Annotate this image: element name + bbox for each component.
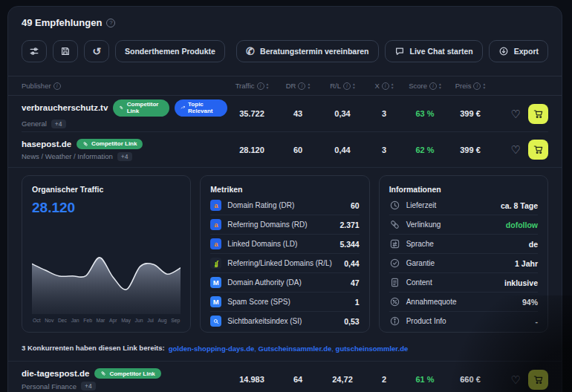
rl-ratio-icon: ɟʃ	[210, 258, 221, 269]
chart-month-label: Aug	[158, 318, 167, 323]
column-label: R/L	[330, 82, 341, 90]
chart-months: OctNovDecJanFebMarAprMayJunJulAugSep	[32, 318, 181, 323]
publisher-name: verbraucherschutz.tv	[22, 103, 108, 112]
metric-label: Domain Authority (DA)	[227, 278, 345, 287]
sort-icon[interactable]: ▴▾	[391, 82, 394, 89]
column-preis[interactable]: Preis i ▴▾	[447, 82, 493, 90]
ahrefs-icon: a	[210, 219, 221, 230]
add-to-cart-button[interactable]	[528, 370, 548, 390]
chart-month-label: Feb	[83, 318, 92, 323]
favorite-icon[interactable]: ♡	[511, 374, 521, 385]
column-rl[interactable]: R/L i ▴▾	[319, 82, 365, 90]
metric-label: Sichtbarkeitsindex (SI)	[227, 317, 338, 325]
column-traffic[interactable]: Traffic i ▴▾	[227, 82, 276, 90]
sort-icon[interactable]: ▴▾	[267, 82, 269, 89]
info-value: de	[529, 240, 538, 249]
phone-icon: ✆	[246, 46, 255, 56]
competitors-prefix: 3 Konkurrenten haben diesen Link bereits…	[22, 344, 165, 352]
info-value: ca. 8 Tage	[501, 201, 538, 210]
dr-value: 64	[276, 375, 319, 384]
column-x[interactable]: X i ▴▾	[365, 82, 403, 90]
rl-value: 24,72	[319, 375, 365, 384]
category-more-chip[interactable]: +4	[81, 382, 96, 391]
badge-label: Competitor Link	[109, 370, 155, 377]
publisher-name: die-tagespost.de	[22, 369, 89, 378]
favorite-icon[interactable]: ♡	[511, 144, 521, 155]
sort-icon[interactable]: ▴▾	[353, 82, 355, 89]
dr-value: 43	[276, 109, 319, 118]
info-label: Product Info	[406, 317, 530, 325]
save-button[interactable]	[53, 40, 78, 62]
table-row[interactable]: verbraucherschutz.tv Competitor Link Top…	[22, 96, 548, 131]
competitor-link[interactable]: golden-shopping-days.de	[169, 344, 255, 353]
column-score[interactable]: Score i ▴▾	[403, 82, 447, 90]
chain-icon	[82, 141, 88, 147]
info-row: Garantie 1 Jahr	[389, 253, 538, 272]
competitor-links: golden-shopping-days.de, Gutscheinsammle…	[169, 341, 409, 354]
badge-label: Competitor Link	[127, 101, 163, 114]
page-header: 49 Empfehlungen ?	[22, 17, 548, 28]
metric-value: 47	[351, 278, 360, 287]
add-to-cart-button[interactable]	[528, 104, 548, 124]
organic-traffic-panel: Organischer Traffic 28.120 OctNovDe	[22, 175, 191, 333]
competitor-link[interactable]: gutscheinsommler.de	[336, 344, 409, 353]
chart-month-label: Mar	[97, 318, 105, 323]
moz-icon: M	[210, 277, 221, 288]
badge-label: Topic Relevant	[188, 101, 221, 114]
table-row[interactable]: die-tagespost.de Competitor Link Persona…	[22, 362, 548, 392]
price-value: 399 €	[447, 109, 493, 118]
traffic-value: 28.120	[227, 146, 276, 154]
metrics-panel: Metriken a Domain Rating (DR) 60 a Refer…	[200, 175, 369, 333]
metric-row: ɟʃ Referring/Linked Domains (R/L) 0,44	[210, 253, 359, 272]
link-icon	[389, 219, 400, 230]
column-label: Preis	[455, 82, 472, 90]
metric-value: 2.371	[339, 220, 359, 229]
undo-button[interactable]: ↺	[84, 40, 109, 62]
export-label: Export	[514, 47, 539, 56]
metric-value: 1	[355, 298, 360, 307]
cart-icon	[533, 108, 544, 120]
info-label: Garantie	[406, 259, 509, 267]
category-more-chip[interactable]: +4	[117, 152, 132, 161]
metric-row: Sichtbarkeitsindex (SI) 0,53	[210, 311, 359, 330]
score-value: 63 %	[403, 109, 447, 118]
ahrefs-icon: a	[210, 238, 221, 249]
chat-icon	[394, 46, 405, 56]
price-value: 660 €	[447, 375, 493, 384]
category-more-chip[interactable]: +4	[51, 120, 66, 128]
special-topics-button[interactable]: Sonderthemen Produkte	[115, 40, 225, 62]
info-value: -	[535, 317, 538, 326]
export-button[interactable]: Export	[489, 40, 548, 62]
trend-icon	[181, 105, 185, 111]
chart-month-label: Sep	[171, 318, 180, 323]
column-dr[interactable]: DR i ▴▾	[276, 82, 319, 90]
column-label: X	[374, 82, 379, 90]
competitor-link[interactable]: Gutscheinsammler.de	[259, 344, 332, 353]
metric-label: Referring/Linked Domains (R/L)	[227, 259, 338, 267]
live-chat-button[interactable]: Live Chat starten	[385, 40, 483, 62]
sort-icon[interactable]: ▴▾	[308, 82, 310, 89]
table-row[interactable]: hasepost.de Competitor Link News / Weath…	[22, 131, 548, 167]
consultation-label: Beratungstermin vereinbaren	[260, 47, 368, 56]
favorite-icon[interactable]: ♡	[511, 108, 521, 120]
info-icon: i	[257, 82, 264, 90]
chart-month-label: Apr	[109, 318, 117, 323]
sort-icon[interactable]: ▴▾	[483, 82, 485, 89]
metric-row: a Domain Rating (DR) 60	[210, 196, 359, 215]
filter-button[interactable]	[22, 40, 47, 62]
help-icon[interactable]: ?	[106, 19, 115, 27]
sort-icon[interactable]: ▴▾	[439, 82, 441, 89]
info-icon: i	[382, 82, 389, 90]
chart-month-label: May	[121, 318, 131, 323]
info-panel: Informationen Lieferzeit ca. 8 Tage Verl…	[379, 175, 548, 333]
column-label: Publisher	[22, 82, 51, 90]
info-label: Annahmequote	[406, 298, 516, 306]
add-to-cart-button[interactable]	[528, 140, 548, 160]
column-publisher[interactable]: Publisher i	[22, 82, 227, 90]
metric-value: 5.344	[339, 240, 359, 249]
info-value: 1 Jahr	[515, 259, 538, 268]
consultation-button[interactable]: ✆ Beratungstermin vereinbaren	[236, 40, 378, 62]
sistrix-icon	[210, 316, 221, 327]
info-row: Lieferzeit ca. 8 Tage	[389, 196, 538, 215]
info-icon: i	[343, 82, 351, 90]
